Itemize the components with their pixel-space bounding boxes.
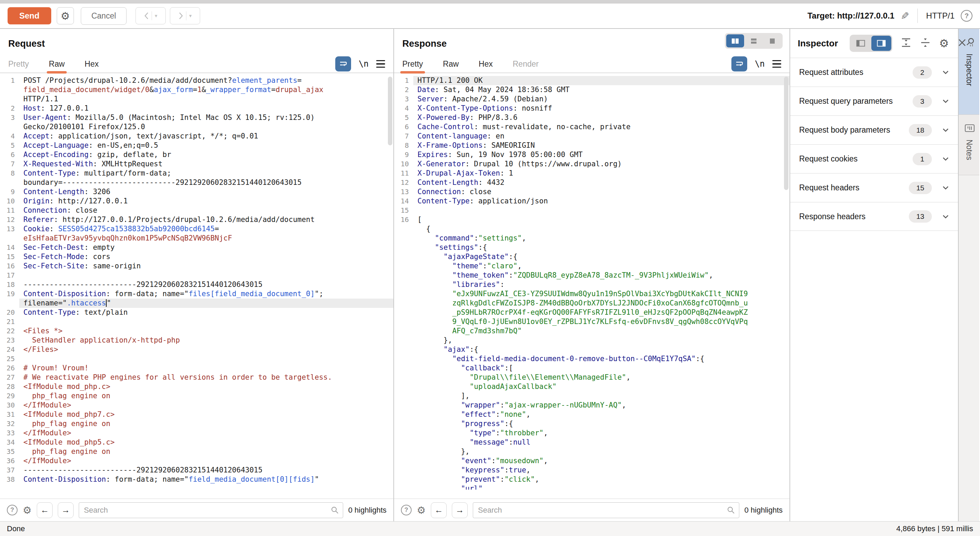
layout-single-icon — [768, 38, 776, 44]
response-editor-icons: \n — [732, 56, 781, 71]
help-icon[interactable]: ? — [961, 10, 972, 22]
line-content: ], — [413, 391, 789, 401]
search-prev-button[interactable]: ← — [37, 502, 52, 518]
editor-line: 6Cache-Control: must-revalidate, no-cach… — [394, 122, 789, 132]
inspector-section-request-cookies[interactable]: Request cookies1 — [790, 144, 958, 173]
request-editor[interactable]: 1POST /Projects/drupal-10.2.6/media/add/… — [0, 73, 393, 498]
request-scrollbar[interactable] — [388, 77, 392, 145]
search-help-icon[interactable]: ? — [401, 505, 412, 515]
request-editor-lines: 1POST /Projects/drupal-10.2.6/media/add/… — [0, 76, 393, 484]
line-number: 7 — [0, 159, 19, 169]
line-content: X-Powered-By: PHP/8.3.6 — [413, 113, 789, 122]
line-number: 31 — [0, 410, 19, 419]
line-number — [394, 410, 413, 419]
show-newlines-button[interactable]: \n — [755, 59, 765, 69]
editor-line: 17 — [0, 271, 393, 280]
search-settings-icon[interactable]: ⚙ — [417, 504, 426, 516]
response-tab-hex[interactable]: Hex — [479, 55, 493, 73]
line-content: Content-Type: application/json — [413, 197, 789, 206]
request-tab-raw[interactable]: Raw — [49, 55, 65, 73]
send-settings-button[interactable]: ⚙ — [57, 7, 74, 24]
response-search-input[interactable] — [473, 502, 739, 518]
request-tab-hex[interactable]: Hex — [84, 55, 99, 73]
response-tab-pretty[interactable]: Pretty — [402, 55, 423, 73]
side-tab-notes[interactable]: Notes — [959, 115, 979, 175]
inspector-section-request-attributes[interactable]: Request attributes2 — [790, 58, 958, 87]
line-number — [394, 456, 413, 466]
dock-left-button[interactable] — [851, 36, 871, 51]
line-content — [413, 206, 789, 215]
inspector-section-request-body-parameters[interactable]: Request body parameters18 — [790, 116, 958, 144]
editor-line: "effect":"none", — [394, 410, 789, 419]
layout-columns-button[interactable] — [726, 34, 744, 48]
target-label: Target: http://127.0.0.1 — [807, 11, 894, 21]
line-content: "uploadAjaxCallback" — [413, 382, 789, 391]
line-content: <IfModule mod_php7.c> — [19, 410, 393, 419]
line-content: HTTP/1.1 — [19, 95, 393, 104]
search-next-button[interactable]: → — [452, 502, 468, 518]
response-tab-raw[interactable]: Raw — [443, 55, 459, 73]
editor-line: 32 php_flag engine on — [0, 419, 393, 428]
search-next-button[interactable]: → — [58, 502, 73, 518]
section-count-badge: 18 — [909, 124, 932, 136]
layout-single-button[interactable] — [764, 34, 781, 48]
word-wrap-toggle[interactable] — [335, 56, 351, 71]
layout-rows-button[interactable] — [745, 34, 763, 48]
editor-menu-button[interactable] — [376, 60, 385, 68]
line-number: 15 — [0, 252, 19, 262]
editor-menu-button[interactable] — [772, 60, 781, 68]
inspector-tab-label: Inspector — [964, 54, 974, 86]
response-editor[interactable]: 1HTTP/1.1 200 OK2Date: Sat, 04 May 2024 … — [394, 73, 789, 498]
editor-line: "settings":{ — [394, 243, 789, 252]
inspector-panel: Inspector — [790, 29, 959, 521]
request-search-input[interactable] — [79, 502, 343, 518]
search-prev-button[interactable]: ← — [431, 502, 447, 518]
line-number: 11 — [394, 169, 413, 178]
search-help-icon[interactable]: ? — [7, 505, 18, 515]
response-tab-render[interactable]: Render — [513, 55, 538, 73]
editor-line: "prevent":"click", — [394, 475, 789, 484]
inspector-settings-button[interactable]: ⚙ — [939, 37, 949, 50]
editor-line: 22<Files *> — [0, 327, 393, 336]
line-content: "wrapper":"ajax-wrapper--nUGbUMnY-AQ", — [413, 401, 789, 410]
inspector-section-request-headers[interactable]: Request headers15 — [790, 173, 958, 202]
line-number: 17 — [0, 271, 19, 280]
forward-request-button[interactable]: ▾ — [170, 7, 200, 24]
collapse-all-button[interactable] — [920, 38, 931, 49]
request-tab-pretty[interactable]: Pretty — [8, 55, 29, 73]
editor-line: 2Host: 127.0.0.1 — [0, 104, 393, 113]
line-content: Content-Length: 3206 — [19, 187, 393, 197]
search-icon — [331, 506, 339, 514]
line-content: field_media_document/widget/0&ajax_form=… — [19, 85, 393, 95]
inspector-section-response-headers[interactable]: Response headers13 — [790, 202, 958, 231]
editor-line: field_media_document/widget/0&ajax_form=… — [0, 85, 393, 95]
word-wrap-icon — [339, 60, 347, 67]
repeater-toolbar: Send ⚙ Cancel ▾ ▾ Target: http://127.0.0… — [0, 3, 980, 29]
line-number: 10 — [0, 197, 19, 206]
line-number — [394, 438, 413, 447]
word-wrap-toggle[interactable] — [732, 56, 747, 71]
http-version-label[interactable]: HTTP/1 — [926, 11, 955, 21]
dock-right-button[interactable] — [871, 36, 891, 51]
send-button[interactable]: Send — [8, 7, 51, 24]
edit-target-pencil-icon[interactable]: ✎ — [900, 10, 909, 22]
cancel-button[interactable]: Cancel — [81, 7, 127, 25]
line-number: 20 — [0, 308, 19, 317]
editor-line: 36</IfModule> — [0, 456, 393, 466]
show-newlines-button[interactable]: \n — [359, 59, 369, 69]
line-number: 8 — [394, 141, 413, 150]
editor-line: 1HTTP/1.1 200 OK — [394, 76, 789, 85]
line-content: php_flag engine on — [19, 447, 393, 456]
response-scrollbar[interactable] — [784, 77, 789, 190]
inspector-section-request-query-parameters[interactable]: Request query parameters3 — [790, 87, 958, 116]
expand-all-button[interactable] — [900, 38, 912, 49]
search-settings-icon[interactable]: ⚙ — [23, 504, 32, 516]
line-content: X-Drupal-Ajax-Token: 1 — [413, 169, 789, 178]
toolbar-right: Target: http://127.0.0.1 ✎ HTTP/1 ? — [807, 9, 972, 23]
line-content: --------------------------29212920602832… — [19, 280, 393, 289]
editor-line: 9_VQqLf0-JjUEwn8U1ov0EY_rZPBLJ1Yc7KLFsfq… — [394, 317, 789, 327]
back-request-button[interactable]: ▾ — [135, 7, 166, 24]
line-content: "command":"settings", — [413, 234, 789, 243]
section-label: Request query parameters — [799, 97, 913, 106]
line-number — [394, 363, 413, 373]
